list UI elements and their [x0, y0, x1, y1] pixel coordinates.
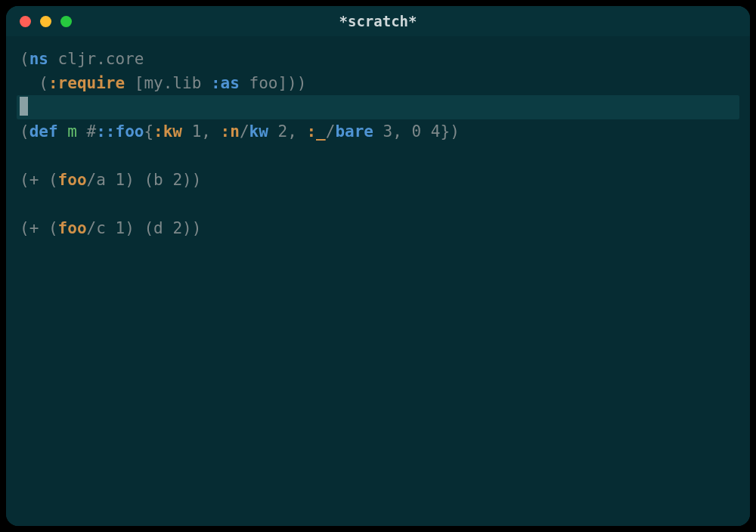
text-cursor [20, 97, 28, 116]
code-line[interactable]: (def m #::foo{:kw 1, :n/kw 2, :_/bare 3,… [6, 119, 750, 144]
window-title: *scratch* [339, 13, 417, 29]
code-line[interactable]: (ns cljr.core [6, 47, 750, 71]
code-line[interactable]: (+ (foo/a 1) (b 2)) [6, 168, 750, 192]
code-line[interactable] [17, 95, 739, 119]
window-controls [6, 6, 72, 36]
zoom-icon[interactable] [60, 16, 72, 27]
code-line[interactable] [6, 192, 750, 216]
close-icon[interactable] [20, 16, 31, 27]
code-line[interactable]: (+ (foo/c 1) (d 2)) [6, 216, 750, 240]
text-editor[interactable]: (ns cljr.core (:require [my.lib :as foo]… [6, 36, 750, 526]
code-line[interactable] [6, 144, 750, 168]
editor-window: *scratch* (ns cljr.core (:require [my.li… [6, 6, 750, 526]
code-line[interactable]: (:require [my.lib :as foo])) [6, 71, 750, 95]
titlebar: *scratch* [6, 6, 750, 36]
minimize-icon[interactable] [40, 16, 51, 27]
